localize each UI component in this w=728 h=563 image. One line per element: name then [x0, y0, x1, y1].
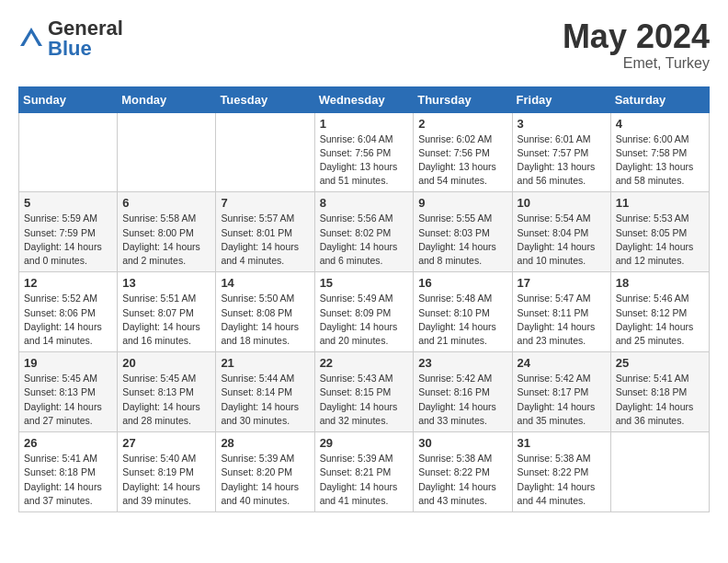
day-number: 22	[320, 356, 409, 370]
day-info: Sunrise: 5:54 AM Sunset: 8:04 PM Dayligh…	[518, 212, 606, 268]
calendar-cell: 11Sunrise: 5:53 AM Sunset: 8:05 PM Dayli…	[610, 192, 709, 272]
day-info: Sunrise: 5:58 AM Sunset: 8:00 PM Dayligh…	[122, 212, 210, 268]
calendar-cell: 15Sunrise: 5:49 AM Sunset: 8:09 PM Dayli…	[314, 272, 414, 352]
col-friday: Friday	[512, 86, 610, 112]
calendar-cell: 16Sunrise: 5:48 AM Sunset: 8:10 PM Dayli…	[414, 272, 512, 352]
week-row-2: 5Sunrise: 5:59 AM Sunset: 7:59 PM Daylig…	[19, 192, 710, 272]
calendar-cell: 31Sunrise: 5:38 AM Sunset: 8:22 PM Dayli…	[512, 432, 610, 512]
day-info: Sunrise: 5:57 AM Sunset: 8:01 PM Dayligh…	[221, 212, 309, 268]
month-title: May 2024	[563, 18, 710, 55]
page-header: General Blue May 2024 Emet, Turkey	[18, 18, 710, 72]
day-number: 29	[320, 436, 409, 450]
title-block: May 2024 Emet, Turkey	[563, 18, 710, 72]
calendar-cell: 6Sunrise: 5:58 AM Sunset: 8:00 PM Daylig…	[118, 192, 216, 272]
day-number: 30	[418, 436, 506, 450]
day-number: 5	[24, 196, 112, 210]
calendar-cell	[19, 112, 118, 192]
day-number: 24	[518, 356, 606, 370]
day-number: 14	[221, 276, 309, 290]
calendar-cell: 5Sunrise: 5:59 AM Sunset: 7:59 PM Daylig…	[19, 192, 118, 272]
calendar-cell	[118, 112, 216, 192]
day-info: Sunrise: 5:42 AM Sunset: 8:17 PM Dayligh…	[518, 372, 606, 428]
day-info: Sunrise: 5:45 AM Sunset: 8:13 PM Dayligh…	[122, 372, 210, 428]
calendar-cell: 25Sunrise: 5:41 AM Sunset: 8:18 PM Dayli…	[610, 352, 709, 432]
calendar-cell: 17Sunrise: 5:47 AM Sunset: 8:11 PM Dayli…	[512, 272, 610, 352]
calendar-cell: 21Sunrise: 5:44 AM Sunset: 8:14 PM Dayli…	[216, 352, 314, 432]
day-info: Sunrise: 5:56 AM Sunset: 8:02 PM Dayligh…	[320, 212, 409, 268]
day-info: Sunrise: 6:02 AM Sunset: 7:56 PM Dayligh…	[418, 132, 506, 189]
day-number: 20	[122, 356, 210, 370]
week-row-5: 26Sunrise: 5:41 AM Sunset: 8:18 PM Dayli…	[19, 432, 710, 512]
day-info: Sunrise: 5:49 AM Sunset: 8:09 PM Dayligh…	[320, 292, 409, 348]
day-number: 21	[221, 356, 309, 370]
col-tuesday: Tuesday	[216, 86, 314, 112]
day-info: Sunrise: 5:52 AM Sunset: 8:06 PM Dayligh…	[24, 292, 112, 348]
calendar-cell: 27Sunrise: 5:40 AM Sunset: 8:19 PM Dayli…	[118, 432, 216, 512]
day-info: Sunrise: 5:46 AM Sunset: 8:12 PM Dayligh…	[616, 292, 704, 348]
day-number: 7	[221, 196, 309, 210]
calendar-cell: 30Sunrise: 5:38 AM Sunset: 8:22 PM Dayli…	[414, 432, 512, 512]
calendar-cell: 1Sunrise: 6:04 AM Sunset: 7:56 PM Daylig…	[314, 112, 414, 192]
calendar-cell: 20Sunrise: 5:45 AM Sunset: 8:13 PM Dayli…	[118, 352, 216, 432]
day-info: Sunrise: 6:00 AM Sunset: 7:58 PM Dayligh…	[616, 132, 704, 189]
day-info: Sunrise: 5:42 AM Sunset: 8:16 PM Dayligh…	[418, 372, 506, 428]
day-number: 8	[320, 196, 409, 210]
calendar-cell	[216, 112, 314, 192]
day-info: Sunrise: 5:44 AM Sunset: 8:14 PM Dayligh…	[221, 372, 309, 428]
day-info: Sunrise: 5:47 AM Sunset: 8:11 PM Dayligh…	[518, 292, 606, 348]
day-info: Sunrise: 5:40 AM Sunset: 8:19 PM Dayligh…	[122, 452, 210, 508]
calendar-cell	[610, 432, 709, 512]
calendar-cell: 22Sunrise: 5:43 AM Sunset: 8:15 PM Dayli…	[314, 352, 414, 432]
calendar-cell: 7Sunrise: 5:57 AM Sunset: 8:01 PM Daylig…	[216, 192, 314, 272]
day-number: 9	[418, 196, 506, 210]
logo-icon	[18, 26, 44, 52]
col-monday: Monday	[118, 86, 216, 112]
calendar-cell: 14Sunrise: 5:50 AM Sunset: 8:08 PM Dayli…	[216, 272, 314, 352]
day-info: Sunrise: 5:51 AM Sunset: 8:07 PM Dayligh…	[122, 292, 210, 348]
day-number: 15	[320, 276, 409, 290]
calendar-cell: 24Sunrise: 5:42 AM Sunset: 8:17 PM Dayli…	[512, 352, 610, 432]
day-number: 2	[418, 117, 506, 131]
calendar-cell: 12Sunrise: 5:52 AM Sunset: 8:06 PM Dayli…	[19, 272, 118, 352]
day-number: 19	[24, 356, 112, 370]
day-info: Sunrise: 6:04 AM Sunset: 7:56 PM Dayligh…	[320, 132, 409, 189]
day-number: 16	[418, 276, 506, 290]
day-number: 23	[418, 356, 506, 370]
location: Emet, Turkey	[563, 55, 710, 72]
day-info: Sunrise: 5:38 AM Sunset: 8:22 PM Dayligh…	[418, 452, 506, 508]
calendar-cell: 23Sunrise: 5:42 AM Sunset: 8:16 PM Dayli…	[414, 352, 512, 432]
day-number: 27	[122, 436, 210, 450]
calendar-cell: 10Sunrise: 5:54 AM Sunset: 8:04 PM Dayli…	[512, 192, 610, 272]
day-number: 25	[616, 356, 704, 370]
calendar-cell: 9Sunrise: 5:55 AM Sunset: 8:03 PM Daylig…	[414, 192, 512, 272]
day-info: Sunrise: 5:55 AM Sunset: 8:03 PM Dayligh…	[418, 212, 506, 268]
calendar-cell: 4Sunrise: 6:00 AM Sunset: 7:58 PM Daylig…	[610, 112, 709, 192]
day-number: 1	[320, 117, 409, 131]
day-number: 17	[518, 276, 606, 290]
day-number: 28	[221, 436, 309, 450]
day-number: 3	[518, 117, 606, 131]
day-info: Sunrise: 5:48 AM Sunset: 8:10 PM Dayligh…	[418, 292, 506, 348]
calendar-cell: 13Sunrise: 5:51 AM Sunset: 8:07 PM Dayli…	[118, 272, 216, 352]
logo: General Blue	[18, 18, 123, 59]
calendar-cell: 28Sunrise: 5:39 AM Sunset: 8:20 PM Dayli…	[216, 432, 314, 512]
week-row-4: 19Sunrise: 5:45 AM Sunset: 8:13 PM Dayli…	[19, 352, 710, 432]
col-saturday: Saturday	[610, 86, 709, 112]
week-row-1: 1Sunrise: 6:04 AM Sunset: 7:56 PM Daylig…	[19, 112, 710, 192]
calendar-cell: 18Sunrise: 5:46 AM Sunset: 8:12 PM Dayli…	[610, 272, 709, 352]
calendar-cell: 26Sunrise: 5:41 AM Sunset: 8:18 PM Dayli…	[19, 432, 118, 512]
day-info: Sunrise: 5:53 AM Sunset: 8:05 PM Dayligh…	[616, 212, 704, 268]
day-number: 18	[616, 276, 704, 290]
day-number: 6	[122, 196, 210, 210]
day-number: 12	[24, 276, 112, 290]
calendar-cell: 3Sunrise: 6:01 AM Sunset: 7:57 PM Daylig…	[512, 112, 610, 192]
calendar-table: Sunday Monday Tuesday Wednesday Thursday…	[18, 86, 710, 512]
day-info: Sunrise: 5:41 AM Sunset: 8:18 PM Dayligh…	[616, 372, 704, 428]
calendar-cell: 8Sunrise: 5:56 AM Sunset: 8:02 PM Daylig…	[314, 192, 414, 272]
col-wednesday: Wednesday	[314, 86, 414, 112]
day-info: Sunrise: 5:43 AM Sunset: 8:15 PM Dayligh…	[320, 372, 409, 428]
logo-blue-text: Blue	[48, 37, 92, 60]
day-info: Sunrise: 5:59 AM Sunset: 7:59 PM Dayligh…	[24, 212, 112, 268]
day-number: 31	[518, 436, 606, 450]
day-info: Sunrise: 5:39 AM Sunset: 8:20 PM Dayligh…	[221, 452, 309, 508]
